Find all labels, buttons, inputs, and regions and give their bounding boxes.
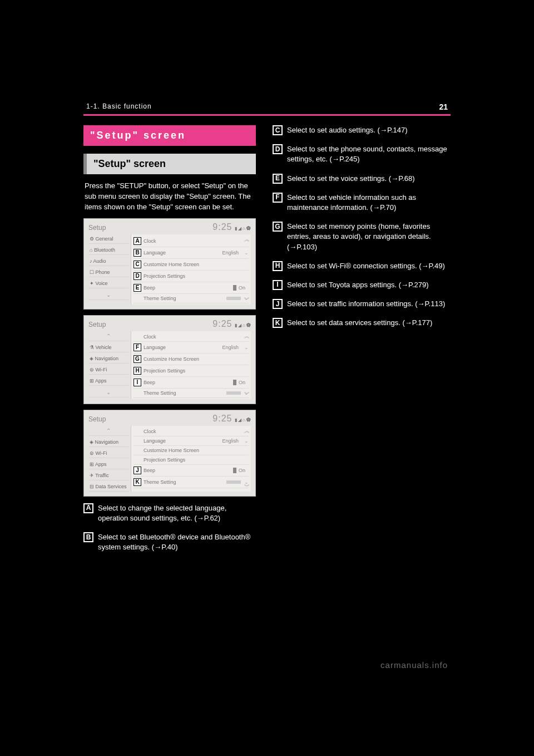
row-label: Projection Settings: [144, 457, 249, 463]
callout-badge-k: K: [273, 318, 283, 328]
screenshot-2: Setup 9:25▮ ◢ ⌂ ⓿ ⌃ ⚗ Vehicle ◈ Navigati…: [83, 315, 256, 404]
theme-lines-icon: [226, 391, 241, 395]
callout-text: Select to set memory points (home, favor…: [287, 222, 451, 252]
callout-badge-e: E: [273, 174, 283, 184]
callout-k: K Select to set data services settings. …: [273, 318, 451, 328]
settings-row: FLanguageEnglish⌄: [134, 342, 249, 354]
callout-text: Select to set the voice settings. (→P.68…: [287, 174, 451, 184]
sidebar-item: ⚙ General: [88, 234, 128, 244]
settings-row: GCustomize Home Screen: [134, 354, 249, 365]
ss3-status-icons: ▮ ◢ ⌂ ⓿: [235, 418, 251, 423]
callout-g: G Select to set memory points (home, fav…: [273, 222, 451, 252]
settings-row: Customize Home Screen: [134, 446, 249, 455]
sidebar-item: ⊞ Apps: [88, 376, 128, 386]
callout-a: A Select to change the selected language…: [83, 503, 256, 523]
chevron-down-icon: ⌄: [244, 250, 249, 256]
screenshot-1: Setup 9:25▮ ◢ ⌂ ⓿ ⚙ General ⌂ Bluetooth …: [83, 218, 256, 310]
settings-row: BLanguageEnglish⌄: [134, 247, 249, 259]
callout-badge-b: B: [83, 532, 93, 542]
ss2-sidebar: ⌃ ⚗ Vehicle ◈ Navigation ⊜ Wi-Fi ⊞ Apps …: [88, 331, 128, 399]
settings-row: JBeepOn: [134, 465, 249, 477]
row-label: Customize Home Screen: [144, 356, 249, 362]
ss1-sidebar: ⚙ General ⌂ Bluetooth ♪ Audio ☐ Phone ✦ …: [88, 234, 128, 305]
settings-row: DProjection Settings: [134, 271, 249, 282]
callout-letter-d: D: [134, 272, 141, 280]
row-label: Beep: [144, 380, 231, 385]
sidebar-item: ⊜ Wi-Fi: [88, 449, 128, 458]
row-label: Clock: [144, 334, 249, 340]
callout-badge-c: C: [273, 125, 283, 135]
callout-letter-a: A: [134, 237, 141, 245]
row-label: Beep: [144, 285, 231, 291]
settings-row: Theme Setting⌄: [134, 294, 249, 303]
callout-letter-k: K: [134, 478, 141, 486]
settings-row: AClock: [134, 235, 249, 247]
chevron-down-icon: ⌄: [244, 438, 249, 444]
toggle-icon: [233, 468, 236, 473]
ss3-main: ︽ Clock LanguageEnglish⌄ Customize Home …: [131, 426, 251, 492]
row-label: Clock: [144, 238, 249, 244]
row-value: On: [239, 285, 245, 291]
row-label: Projection Settings: [144, 368, 249, 374]
ss2-main: ︽ Clock FLanguageEnglish⌄ GCustomize Hom…: [131, 331, 251, 399]
callout-e: E Select to set the voice settings. (→P.…: [273, 174, 451, 184]
ss2-time: 9:25: [212, 319, 232, 328]
settings-row: EBeepOn: [134, 282, 249, 294]
sidebar-item: ✈ Traffic: [88, 471, 128, 480]
sidebar-item: ⊜ Wi-Fi: [88, 365, 128, 375]
callout-text: Select to set vehicle information such a…: [287, 193, 451, 213]
callout-text: Select to set audio settings. (→P.147): [287, 125, 451, 135]
callout-d: D Select to set the phone sound, contact…: [273, 144, 451, 164]
sidebar-item: ◈ Navigation: [88, 354, 128, 364]
ss1-title: Setup: [88, 224, 106, 232]
callout-letter-j: J: [134, 467, 141, 474]
ss1-time: 9:25: [212, 222, 232, 232]
theme-lines-icon: [226, 297, 241, 300]
callout-badge-d: D: [273, 144, 283, 154]
row-label: Language: [144, 345, 220, 350]
ss3-sidebar: ⌃ ◈ Navigation ⊜ Wi-Fi ⊞ Apps ✈ Traffic …: [88, 426, 128, 492]
ss2-status-icons: ▮ ◢ ⌂ ⓿: [235, 323, 251, 328]
callout-f: F Select to set vehicle information such…: [273, 193, 451, 213]
sidebar-scroll-down: ⌄: [88, 387, 128, 397]
toggle-icon: [233, 380, 236, 385]
row-label: Beep: [144, 468, 231, 473]
sidebar-scroll-down: ⌄: [88, 290, 128, 300]
callout-letter-e: E: [134, 284, 141, 292]
callout-badge-h: H: [273, 261, 283, 271]
callout-i: I Select to set Toyota apps settings. (→…: [273, 280, 451, 290]
settings-row: Theme Setting⌄: [134, 389, 249, 398]
scroll-up-icon: ︽: [244, 427, 250, 435]
theme-lines-icon: [226, 480, 241, 484]
ss2-title: Setup: [88, 321, 106, 328]
row-label: Customize Home Screen: [144, 262, 249, 267]
callout-letter-c: C: [134, 261, 141, 268]
subsection-title-bar: "Setup" screen: [83, 154, 256, 174]
ss1-status-icons: ▮ ◢ ⌂ ⓿: [235, 226, 251, 231]
row-label: Projection Settings: [144, 273, 249, 279]
settings-row: Projection Settings: [134, 455, 249, 465]
row-value: On: [239, 468, 245, 473]
row-value: English: [222, 438, 239, 444]
ss3-title: Setup: [88, 415, 106, 423]
sidebar-item: ✦ Voice: [88, 279, 128, 288]
scroll-up-icon: ︽: [244, 332, 250, 340]
callout-badge-j: J: [273, 299, 283, 309]
screenshot-3: Setup 9:25▮ ◢ ⌂ ⓿ ⌃ ◈ Navigation ⊜ Wi-Fi…: [83, 410, 256, 497]
toggle-icon: [233, 285, 236, 291]
row-label: Language: [144, 438, 220, 444]
callout-text: Select to set the phone sound, contacts,…: [287, 144, 451, 164]
row-label: Language: [144, 250, 220, 256]
sidebar-item: ♪ Audio: [88, 257, 128, 266]
settings-row: KTheme Setting⌄: [134, 477, 249, 488]
sidebar-item: ⚗ Vehicle: [88, 343, 128, 352]
settings-row: LanguageEnglish⌄: [134, 436, 249, 446]
callout-letter-f: F: [134, 343, 141, 351]
callout-badge-f: F: [273, 193, 283, 203]
sidebar-item: ⌂ Bluetooth: [88, 246, 128, 255]
callout-badge-g: G: [273, 222, 283, 232]
callout-text: Select to set data services settings. (→…: [287, 318, 451, 328]
callout-letter-i: I: [134, 379, 141, 386]
row-value: On: [239, 380, 245, 385]
callout-letter-g: G: [134, 355, 141, 363]
